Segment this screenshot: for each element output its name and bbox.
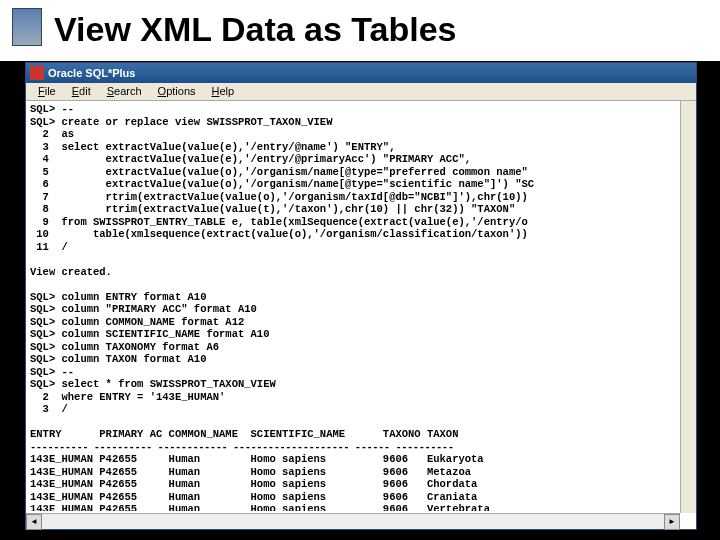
sql-line: 9 from SWISSPROT_ENTRY_TABLE e, table(xm… (30, 216, 528, 228)
sql-line: 3 / (30, 403, 68, 415)
sql-line: SQL> column TAXON format A10 (30, 353, 206, 365)
table-row: 143E_HUMAN P42655 Human Homo sapiens 960… (30, 453, 484, 465)
table-row: 143E_HUMAN P42655 Human Homo sapiens 960… (30, 503, 490, 511)
menu-search[interactable]: Search (99, 83, 150, 100)
logo-icon (12, 8, 42, 46)
table-row: 143E_HUMAN P42655 Human Homo sapiens 960… (30, 466, 471, 478)
app-icon (30, 66, 44, 80)
menu-file[interactable]: File (30, 83, 64, 100)
sql-line: SQL> column COMMON_NAME format A12 (30, 316, 244, 328)
table-separator: ---------- ---------- ------------ -----… (30, 441, 453, 453)
sql-line: SQL> select * from SWISSPROT_TAXON_VIEW (30, 378, 276, 390)
scrollbar-horizontal[interactable]: ◄ ► (26, 513, 680, 529)
sql-line: 8 rtrim(extractValue(value(t),'/taxon'),… (30, 203, 515, 215)
scroll-right-button[interactable]: ► (664, 514, 680, 530)
menu-options[interactable]: Options (150, 83, 204, 100)
sql-line: 10 table(xmlsequence(extract(value(o),'/… (30, 228, 528, 240)
console-output[interactable]: SQL> -- SQL> create or replace view SWIS… (26, 101, 696, 511)
sql-line: SQL> column SCIENTIFIC_NAME format A10 (30, 328, 269, 340)
menu-edit[interactable]: Edit (64, 83, 99, 100)
sql-line: 2 where ENTRY = '143E_HUMAN' (30, 391, 225, 403)
menu-help[interactable]: Help (204, 83, 243, 100)
scrollbar-vertical[interactable] (680, 101, 696, 513)
sql-line: SQL> create or replace view SWISSPROT_TA… (30, 116, 332, 128)
menubar: File Edit Search Options Help (26, 83, 696, 101)
sql-line: SQL> column TAXONOMY format A6 (30, 341, 219, 353)
scroll-track[interactable] (42, 514, 664, 529)
window-title: Oracle SQL*Plus (48, 67, 135, 79)
table-header: ENTRY PRIMARY AC COMMON_NAME SCIENTIFIC_… (30, 428, 458, 440)
table-row: 143E_HUMAN P42655 Human Homo sapiens 960… (30, 478, 477, 490)
sql-line: 6 extractValue(value(o),'/organism/name[… (30, 178, 534, 190)
scroll-left-button[interactable]: ◄ (26, 514, 42, 530)
sql-line: 11 / (30, 241, 68, 253)
sql-line: 5 extractValue(value(o),'/organism/name[… (30, 166, 528, 178)
titlebar[interactable]: Oracle SQL*Plus (26, 63, 696, 83)
sql-line: 4 extractValue(value(e),'/entry/@primary… (30, 153, 471, 165)
table-row: 143E_HUMAN P42655 Human Homo sapiens 960… (30, 491, 477, 503)
sqlplus-window: Oracle SQL*Plus File Edit Search Options… (25, 62, 697, 530)
sql-line: View created. (30, 266, 112, 278)
sql-line: 3 select extractValue(value(e),'/entry/@… (30, 141, 395, 153)
sql-line: SQL> column ENTRY format A10 (30, 291, 206, 303)
slide-title: View XML Data as Tables (0, 0, 720, 61)
sql-line: SQL> -- (30, 366, 74, 378)
sql-line: SQL> -- (30, 103, 74, 115)
sql-line: SQL> column "PRIMARY ACC" format A10 (30, 303, 257, 315)
sql-line: 7 rtrim(extractValue(value(o),'/organism… (30, 191, 528, 203)
sql-line: 2 as (30, 128, 74, 140)
